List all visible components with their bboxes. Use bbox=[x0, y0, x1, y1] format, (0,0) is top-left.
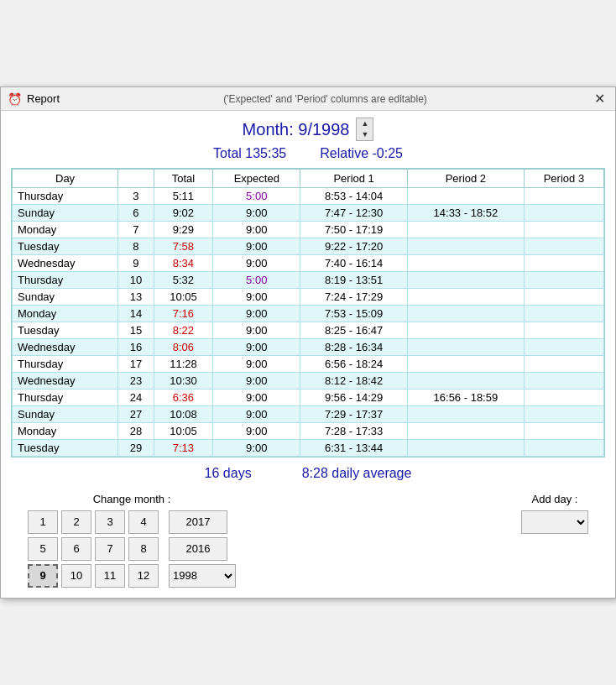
table-row: Thursday35:115:008:53 - 14:04 bbox=[13, 187, 604, 204]
cell-expected[interactable]: 9:00 bbox=[213, 305, 300, 322]
month-down-button[interactable]: ▼ bbox=[357, 129, 373, 140]
cell-period2[interactable] bbox=[407, 439, 524, 456]
year-btn-2017[interactable]: 2017 bbox=[169, 510, 227, 534]
month-btn-5[interactable]: 5 bbox=[28, 537, 58, 561]
cell-period2[interactable] bbox=[407, 221, 524, 238]
close-button[interactable]: ✕ bbox=[591, 91, 608, 107]
cell-period1[interactable]: 9:56 - 14:29 bbox=[300, 389, 408, 405]
cell-expected[interactable]: 9:00 bbox=[213, 238, 300, 254]
cell-period3[interactable] bbox=[524, 305, 603, 322]
cell-expected[interactable]: 9:00 bbox=[213, 439, 300, 456]
month-btn-4[interactable]: 4 bbox=[128, 510, 159, 534]
cell-expected[interactable]: 5:00 bbox=[213, 187, 300, 204]
cell-period1[interactable]: 8:53 - 14:04 bbox=[300, 187, 408, 204]
col-header-period3[interactable]: Period 3 bbox=[524, 169, 603, 187]
month-btn-1[interactable]: 1 bbox=[28, 510, 58, 534]
month-btn-2[interactable]: 2 bbox=[61, 510, 91, 534]
cell-period1[interactable]: 7:24 - 17:29 bbox=[300, 288, 408, 305]
cell-period3[interactable] bbox=[524, 187, 603, 204]
cell-period1[interactable]: 7:28 - 17:33 bbox=[300, 422, 408, 439]
month-spinner[interactable]: ▲ ▼ bbox=[356, 118, 373, 141]
cell-day-num: 10 bbox=[118, 271, 154, 288]
cell-period2[interactable] bbox=[407, 405, 524, 422]
cell-period2[interactable]: 16:56 - 18:59 bbox=[407, 389, 524, 405]
cell-period2[interactable] bbox=[407, 305, 524, 322]
cell-day-num: 29 bbox=[118, 439, 154, 456]
cell-period3[interactable] bbox=[524, 288, 603, 305]
month-btn-10[interactable]: 10 bbox=[61, 564, 91, 588]
cell-period1[interactable]: 8:25 - 16:47 bbox=[300, 322, 408, 338]
month-btn-7[interactable]: 7 bbox=[95, 537, 125, 561]
cell-period3[interactable] bbox=[524, 405, 603, 422]
cell-period1[interactable]: 6:56 - 18:24 bbox=[300, 355, 408, 372]
cell-period3[interactable] bbox=[524, 338, 603, 355]
month-btn-8[interactable]: 8 bbox=[128, 537, 159, 561]
add-day-select[interactable] bbox=[521, 510, 588, 534]
change-month-section: Change month : 1234 5678 9101112 2017201… bbox=[28, 493, 236, 588]
month-btn-9[interactable]: 9 bbox=[28, 564, 58, 588]
cell-period3[interactable] bbox=[524, 422, 603, 439]
cell-period3[interactable] bbox=[524, 389, 603, 405]
month-up-button[interactable]: ▲ bbox=[357, 118, 373, 129]
month-btn-12[interactable]: 12 bbox=[128, 564, 159, 588]
cell-day-num: 9 bbox=[118, 254, 154, 271]
cell-period2[interactable] bbox=[407, 288, 524, 305]
cell-period1[interactable]: 6:31 - 13:44 bbox=[300, 439, 408, 456]
cell-period1[interactable]: 7:53 - 15:09 bbox=[300, 305, 408, 322]
cell-expected[interactable]: 9:00 bbox=[213, 288, 300, 305]
year-select[interactable]: 1998 bbox=[169, 564, 236, 588]
cell-expected[interactable]: 9:00 bbox=[213, 389, 300, 405]
cell-period2[interactable] bbox=[407, 238, 524, 254]
col-header-expected[interactable]: Expected bbox=[213, 169, 300, 187]
cell-day-name: Wednesday bbox=[13, 254, 118, 271]
month-btn-11[interactable]: 11 bbox=[95, 564, 125, 588]
cell-period1[interactable]: 8:12 - 18:42 bbox=[300, 372, 408, 389]
cell-period2[interactable] bbox=[407, 372, 524, 389]
cell-period2[interactable] bbox=[407, 422, 524, 439]
cell-period2[interactable] bbox=[407, 187, 524, 204]
cell-period1[interactable]: 7:50 - 17:19 bbox=[300, 221, 408, 238]
cell-expected[interactable]: 9:00 bbox=[213, 322, 300, 338]
cell-period1[interactable]: 7:47 - 12:30 bbox=[300, 204, 408, 221]
cell-period1[interactable]: 9:22 - 17:20 bbox=[300, 238, 408, 254]
editable-hint: ('Expected' and 'Period' columns are edi… bbox=[223, 93, 427, 105]
table-row: Monday79:299:007:50 - 17:19 bbox=[13, 221, 604, 238]
cell-total: 6:36 bbox=[154, 389, 213, 405]
cell-expected[interactable]: 9:00 bbox=[213, 355, 300, 372]
cell-period3[interactable] bbox=[524, 221, 603, 238]
cell-period2[interactable] bbox=[407, 355, 524, 372]
total-label: Total 135:35 bbox=[213, 146, 286, 161]
cell-period3[interactable] bbox=[524, 322, 603, 338]
cell-period1[interactable]: 7:29 - 17:37 bbox=[300, 405, 408, 422]
cell-expected[interactable]: 9:00 bbox=[213, 405, 300, 422]
cell-period3[interactable] bbox=[524, 271, 603, 288]
cell-expected[interactable]: 9:00 bbox=[213, 204, 300, 221]
col-header-period2[interactable]: Period 2 bbox=[407, 169, 524, 187]
cell-period3[interactable] bbox=[524, 439, 603, 456]
cell-period2[interactable] bbox=[407, 338, 524, 355]
col-header-period1[interactable]: Period 1 bbox=[300, 169, 408, 187]
cell-period1[interactable]: 8:28 - 16:34 bbox=[300, 338, 408, 355]
month-btn-6[interactable]: 6 bbox=[61, 537, 91, 561]
cell-period2[interactable] bbox=[407, 322, 524, 338]
cell-total: 10:05 bbox=[154, 422, 213, 439]
cell-period3[interactable] bbox=[524, 355, 603, 372]
cell-total: 9:02 bbox=[154, 204, 213, 221]
cell-period3[interactable] bbox=[524, 204, 603, 221]
cell-period3[interactable] bbox=[524, 238, 603, 254]
cell-expected[interactable]: 5:00 bbox=[213, 271, 300, 288]
cell-expected[interactable]: 9:00 bbox=[213, 254, 300, 271]
cell-period2[interactable]: 14:33 - 18:52 bbox=[407, 204, 524, 221]
cell-expected[interactable]: 9:00 bbox=[213, 422, 300, 439]
cell-period1[interactable]: 7:40 - 16:14 bbox=[300, 254, 408, 271]
cell-period3[interactable] bbox=[524, 254, 603, 271]
cell-period1[interactable]: 8:19 - 13:51 bbox=[300, 271, 408, 288]
month-btn-3[interactable]: 3 bbox=[95, 510, 125, 534]
cell-expected[interactable]: 9:00 bbox=[213, 372, 300, 389]
year-btn-2016[interactable]: 2016 bbox=[169, 537, 227, 561]
cell-expected[interactable]: 9:00 bbox=[213, 221, 300, 238]
cell-period2[interactable] bbox=[407, 271, 524, 288]
cell-period3[interactable] bbox=[524, 372, 603, 389]
cell-expected[interactable]: 9:00 bbox=[213, 338, 300, 355]
cell-period2[interactable] bbox=[407, 254, 524, 271]
